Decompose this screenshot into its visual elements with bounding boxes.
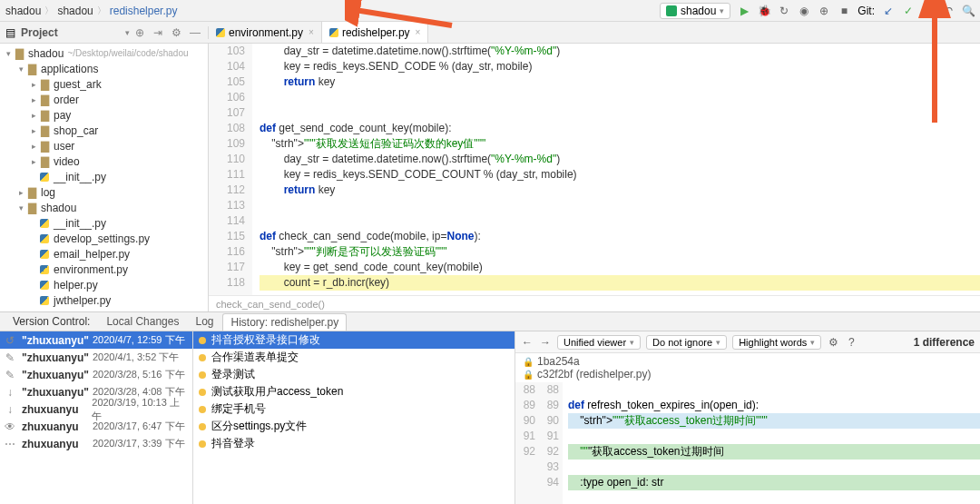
chevron-down-icon: ▾ bbox=[720, 6, 724, 15]
bc-folder[interactable]: shadou bbox=[57, 5, 93, 17]
commit-author: "zhuxuanyu" bbox=[22, 386, 87, 399]
tree-node[interactable]: ▾▇applications bbox=[0, 61, 208, 76]
prev-diff-icon[interactable]: ← bbox=[521, 336, 534, 349]
gear-icon[interactable]: ⚙ bbox=[827, 336, 839, 349]
search-icon[interactable]: 🔍 bbox=[962, 5, 975, 17]
tree-node[interactable]: __init__.py bbox=[0, 169, 208, 184]
editor-breadcrumb[interactable]: check_can_send_code() bbox=[209, 295, 980, 311]
vcs-tab-history[interactable]: History: redishelper.py bbox=[222, 313, 347, 331]
tree-node[interactable]: ▸▇order bbox=[0, 92, 208, 107]
commit-message-row[interactable]: 抖音登录 bbox=[193, 435, 514, 452]
viewer-mode-select[interactable]: Unified viewer bbox=[557, 335, 641, 350]
bc-root[interactable]: shadou bbox=[5, 5, 41, 17]
tree-node[interactable]: ▸▇pay bbox=[0, 107, 208, 123]
expand-icon[interactable]: ▸ bbox=[29, 157, 38, 166]
tree-node[interactable]: environment.py bbox=[0, 262, 208, 277]
highlight-select[interactable]: Highlight words bbox=[732, 335, 821, 350]
folder-icon: ▇ bbox=[25, 186, 38, 199]
tree-node[interactable]: ▸▇log bbox=[0, 184, 208, 200]
folder-icon: ▇ bbox=[25, 202, 38, 214]
commit-message-row[interactable]: 合作渠道表单提交 bbox=[193, 349, 514, 366]
expand-icon[interactable]: ▸ bbox=[29, 95, 38, 104]
commit-row[interactable]: ⋯zhuxuanyu2020/3/17, 3:39 下午 bbox=[0, 435, 192, 452]
django-icon bbox=[666, 5, 677, 16]
project-pane-header[interactable]: ▤ Project ▾ ⊕ ⇥ ⚙ — bbox=[0, 26, 209, 39]
tree-node[interactable]: ▸▇guest_ark bbox=[0, 76, 208, 92]
chevron-down-icon[interactable]: ▾ bbox=[125, 28, 130, 37]
bc-file[interactable]: redishelper.py bbox=[110, 5, 178, 17]
vcs-label: Version Control: bbox=[5, 313, 97, 330]
branch-dot-icon bbox=[199, 440, 206, 448]
git-revert-icon[interactable]: ↶ bbox=[942, 5, 955, 17]
git-commit-icon[interactable]: ✓ bbox=[902, 5, 915, 17]
tree-label: video bbox=[54, 155, 80, 168]
tree-node[interactable]: develop_settings.py bbox=[0, 231, 208, 246]
diff-content[interactable]: def refresh_token_expires_in(open_id): "… bbox=[563, 382, 980, 504]
ignore-select[interactable]: Do not ignore bbox=[646, 335, 727, 350]
commit-date: 2020/4/1, 3:52 下午 bbox=[93, 351, 179, 364]
next-diff-icon[interactable]: → bbox=[539, 336, 552, 349]
lock-icon: 🔒 bbox=[523, 370, 534, 380]
commit-row[interactable]: ✎"zhuxuanyu"2020/3/28, 5:16 下午 bbox=[0, 366, 192, 383]
tree-label: guest_ark bbox=[54, 78, 102, 91]
project-tree[interactable]: ▾▇shadou~/Desktop/weilai/code/shadou▾▇ap… bbox=[0, 44, 209, 311]
tree-node[interactable]: ▸▇video bbox=[0, 153, 208, 169]
commit-message-row[interactable]: 测试获取用户access_token bbox=[193, 383, 514, 400]
close-icon[interactable]: × bbox=[309, 27, 314, 37]
folder-icon: ▇ bbox=[38, 140, 51, 153]
expand-icon[interactable]: ▸ bbox=[16, 188, 25, 197]
commit-message-row[interactable]: 绑定手机号 bbox=[193, 400, 514, 418]
debug-icon[interactable]: 🐞 bbox=[758, 5, 770, 17]
expand-icon[interactable]: ▾ bbox=[16, 203, 25, 212]
commit-date: 2020/3/28, 5:16 下午 bbox=[93, 368, 185, 381]
commit-row[interactable]: ↺"zhuxuanyu"2020/4/7, 12:59 下午 bbox=[0, 331, 192, 349]
stop-icon[interactable]: ■ bbox=[838, 5, 850, 17]
run-icon[interactable]: ▶ bbox=[738, 5, 750, 17]
commit-messages[interactable]: 抖音授权登录接口修改合作渠道表单提交登录测试测试获取用户access_token… bbox=[193, 331, 515, 504]
code-editor[interactable]: 1031041051061071081091101111121131141151… bbox=[209, 44, 980, 311]
tree-label: pay bbox=[54, 109, 71, 122]
tree-node[interactable]: ▾▇shadou bbox=[0, 200, 208, 215]
coverage-icon[interactable]: ↻ bbox=[778, 5, 790, 17]
attach-icon[interactable]: ⊕ bbox=[818, 5, 830, 17]
commit-row[interactable]: ✎"zhuxuanyu"2020/4/1, 3:52 下午 bbox=[0, 349, 192, 366]
commit-row[interactable]: 👁zhuxuanyu2020/3/17, 6:47 下午 bbox=[0, 418, 192, 435]
hide-icon[interactable]: — bbox=[190, 26, 202, 39]
expand-icon[interactable]: ▸ bbox=[29, 126, 38, 135]
branch-dot-icon bbox=[199, 389, 206, 396]
help-icon[interactable]: ? bbox=[845, 336, 858, 349]
python-icon bbox=[38, 232, 51, 245]
commit-list[interactable]: ↺"zhuxuanyu"2020/4/7, 12:59 下午✎"zhuxuany… bbox=[0, 331, 193, 504]
expand-icon[interactable]: ▾ bbox=[16, 64, 25, 74]
git-history-icon[interactable]: 🕑 bbox=[922, 5, 935, 17]
tree-node[interactable]: ▸▇shop_car bbox=[0, 123, 208, 138]
tree-node[interactable]: helper.py bbox=[0, 277, 208, 292]
commit-author: zhuxuanyu bbox=[22, 438, 87, 450]
tree-node[interactable]: ▾▇shadou~/Desktop/weilai/code/shadou bbox=[0, 45, 208, 61]
tree-node[interactable]: jwthelper.py bbox=[0, 292, 208, 308]
profile-icon[interactable]: ◉ bbox=[798, 5, 810, 17]
vcs-tab-log[interactable]: Log bbox=[188, 313, 220, 330]
close-icon[interactable]: × bbox=[416, 27, 421, 37]
gear-icon[interactable]: ⚙ bbox=[172, 26, 184, 39]
tree-node[interactable]: ▸▇user bbox=[0, 138, 208, 153]
editor-tab[interactable]: redishelper.py× bbox=[322, 22, 429, 43]
commit-row[interactable]: ↓zhuxuanyu2020/3/19, 10:13 上午 bbox=[0, 400, 192, 418]
commit-author: "zhuxuanyu" bbox=[22, 334, 87, 347]
expand-icon[interactable]: ▸ bbox=[29, 142, 38, 151]
tree-node[interactable]: local_settings.py bbox=[0, 308, 208, 311]
expand-icon[interactable]: ▾ bbox=[4, 49, 13, 58]
expand-icon[interactable]: ▸ bbox=[29, 80, 38, 89]
collapse-all-icon[interactable]: ⇥ bbox=[153, 26, 166, 39]
select-opened-icon[interactable]: ⊕ bbox=[135, 26, 148, 39]
vcs-tab-local[interactable]: Local Changes bbox=[99, 313, 186, 330]
git-update-icon[interactable]: ↙ bbox=[882, 5, 895, 17]
run-config-select[interactable]: shadou ▾ bbox=[660, 3, 730, 19]
tree-node[interactable]: __init__.py bbox=[0, 215, 208, 231]
tree-node[interactable]: email_helper.py bbox=[0, 246, 208, 262]
commit-message-row[interactable]: 登录测试 bbox=[193, 366, 514, 383]
commit-message-row[interactable]: 抖音授权登录接口修改 bbox=[193, 331, 514, 349]
expand-icon[interactable]: ▸ bbox=[29, 111, 38, 120]
editor-tab[interactable]: environment.py× bbox=[209, 22, 322, 43]
commit-message-row[interactable]: 区分settings.py文件 bbox=[193, 418, 514, 435]
